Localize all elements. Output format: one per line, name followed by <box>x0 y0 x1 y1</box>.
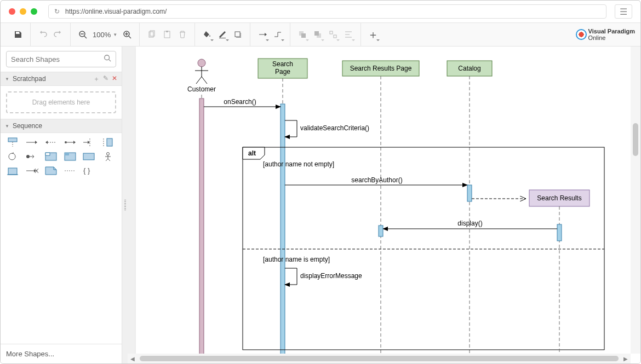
redo-button[interactable] <box>50 27 66 42</box>
svg-rect-11 <box>219 38 226 38</box>
svg-point-23 <box>105 55 110 60</box>
more-shapes-link[interactable]: More Shapes... <box>1 344 122 363</box>
waypoint-button[interactable] <box>270 27 285 42</box>
connector-style-button[interactable] <box>255 27 270 42</box>
delete-button[interactable] <box>175 27 190 42</box>
svg-text:Page: Page <box>275 68 290 76</box>
svg-rect-15 <box>301 33 306 38</box>
reload-icon[interactable]: ↻ <box>54 8 60 15</box>
svg-text:[author name not empty]: [author name not empty] <box>263 160 334 168</box>
actor-activation[interactable] <box>199 99 204 363</box>
activation-results-obj[interactable] <box>557 224 562 241</box>
fill-button[interactable] <box>199 27 215 42</box>
search-input[interactable] <box>11 55 104 63</box>
canvas-area[interactable]: Customer Search Page Search Results Page <box>128 47 640 363</box>
svg-text:Search: Search <box>272 60 293 68</box>
svg-rect-40 <box>83 153 94 160</box>
copy-button[interactable] <box>144 27 159 42</box>
shape-destroy[interactable] <box>25 166 38 176</box>
svg-line-4 <box>129 36 131 38</box>
svg-rect-10 <box>166 31 168 32</box>
scrollbar-vertical[interactable] <box>631 47 640 354</box>
svg-text:display(): display() <box>457 219 482 227</box>
splitter[interactable] <box>122 47 128 363</box>
zoom-in-button[interactable] <box>119 27 135 42</box>
titlebar: ↻ https://online.visual-paradigm.com/ ☰ <box>1 1 640 22</box>
zoom-level[interactable]: 100%▼ <box>90 31 119 39</box>
svg-text:searchByAuthor(): searchByAuthor() <box>351 176 402 184</box>
collapse-icon: ▼ <box>5 124 9 129</box>
svg-rect-17 <box>314 31 319 36</box>
shape-create[interactable] <box>25 152 38 161</box>
shape-self[interactable] <box>6 152 19 161</box>
activation-search-page[interactable] <box>281 104 285 363</box>
undo-button[interactable] <box>35 27 50 42</box>
svg-rect-18 <box>330 31 333 34</box>
sidebar: ▼ Scratchpad ＋ ✎ ✕ Drag elements here ▼ … <box>1 47 122 363</box>
svg-text:{ }: { } <box>83 166 90 175</box>
svg-point-41 <box>107 153 110 155</box>
url-bar[interactable]: ↻ https://online.visual-paradigm.com/ <box>48 4 606 19</box>
paste-button[interactable] <box>159 27 175 42</box>
maximize-window[interactable] <box>31 8 37 15</box>
shape-lost[interactable] <box>82 137 95 147</box>
save-button[interactable] <box>10 27 26 42</box>
svg-line-45 <box>108 159 110 161</box>
shape-fragment[interactable] <box>64 152 77 161</box>
svg-text:Search Results Page: Search Results Page <box>350 65 412 72</box>
stroke-button[interactable] <box>215 27 230 42</box>
svg-line-1 <box>84 36 87 38</box>
svg-line-24 <box>109 60 111 62</box>
shape-entity[interactable] <box>6 166 19 176</box>
svg-rect-34 <box>107 138 112 146</box>
svg-line-57 <box>202 77 207 84</box>
scratchpad-add-icon[interactable]: ＋ <box>93 74 100 84</box>
shape-separator[interactable] <box>64 166 77 176</box>
svg-rect-25 <box>8 138 17 142</box>
scratchpad-dropzone[interactable]: Drag elements here <box>6 91 116 113</box>
zoom-out-button[interactable] <box>75 27 90 42</box>
svg-rect-46 <box>8 168 17 175</box>
shape-lifeline[interactable] <box>6 137 19 147</box>
shape-actor[interactable] <box>101 152 115 161</box>
svg-text:Catalog: Catalog <box>458 65 480 72</box>
svg-point-36 <box>26 155 30 158</box>
scratchpad-header[interactable]: ▼ Scratchpad ＋ ✎ ✕ <box>1 72 122 86</box>
back-button[interactable] <box>310 27 325 42</box>
scratchpad-edit-icon[interactable]: ✎ <box>103 74 108 84</box>
svg-text:alt: alt <box>248 149 256 157</box>
shape-activation[interactable] <box>101 137 115 147</box>
svg-rect-12 <box>235 32 240 37</box>
shape-ref[interactable] <box>82 152 95 161</box>
scratchpad-label: Scratchpad <box>13 75 46 83</box>
actor-label[interactable]: Customer <box>187 85 216 93</box>
url-text: https://online.visual-paradigm.com/ <box>65 8 167 15</box>
activation-results-page[interactable] <box>379 226 383 236</box>
alt-fragment[interactable] <box>243 147 604 350</box>
diagram-canvas[interactable]: Customer Search Page Search Results Page <box>136 47 640 363</box>
shadow-button[interactable] <box>230 27 245 42</box>
scrollbar-horizontal[interactable]: ◀▶ <box>128 354 631 363</box>
minimize-window[interactable] <box>20 8 26 15</box>
shape-message[interactable] <box>25 137 38 147</box>
activation-catalog[interactable] <box>467 185 472 201</box>
message-error[interactable] <box>285 268 297 285</box>
shape-return[interactable] <box>44 137 58 147</box>
shape-found[interactable] <box>64 137 77 147</box>
svg-point-29 <box>65 141 67 143</box>
message-validate[interactable] <box>285 120 297 137</box>
collapse-icon: ▼ <box>5 77 9 82</box>
add-button[interactable]: ＋ <box>365 27 381 42</box>
shape-constraint[interactable]: { } <box>82 166 95 176</box>
close-window[interactable] <box>9 8 15 15</box>
menu-button[interactable]: ☰ <box>615 4 632 19</box>
shape-frame[interactable] <box>44 152 58 161</box>
search-shapes[interactable] <box>6 51 116 67</box>
scratchpad-close-icon[interactable]: ✕ <box>112 74 117 84</box>
align-button[interactable] <box>341 27 356 42</box>
sequence-header[interactable]: ▼ Sequence <box>1 119 122 133</box>
svg-text:onSearch(): onSearch() <box>224 98 256 106</box>
group-button[interactable] <box>325 27 341 42</box>
shape-note[interactable] <box>44 166 58 176</box>
front-button[interactable] <box>295 27 310 42</box>
